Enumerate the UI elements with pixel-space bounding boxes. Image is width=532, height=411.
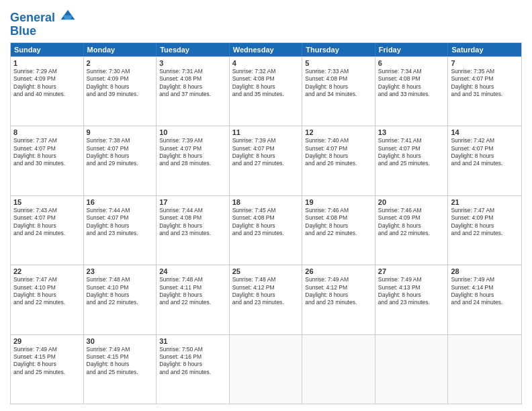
- sunset-line: Sunset: 4:10 PM: [13, 284, 81, 291]
- daylight-value: and and 33 minutes.: [378, 91, 445, 98]
- col-header-wednesday: Wednesday: [230, 43, 303, 56]
- sunrise-line: Sunrise: 7:35 AM: [451, 68, 519, 75]
- day-cell-18: 18Sunrise: 7:45 AMSunset: 4:08 PMDayligh…: [230, 196, 303, 265]
- day-number: 27: [378, 267, 445, 275]
- logo-text: General: [10, 9, 76, 25]
- day-number: 16: [87, 198, 154, 206]
- sunrise-line: Sunrise: 7:34 AM: [378, 68, 445, 75]
- daylight-label: Daylight: 8 hours: [87, 152, 154, 160]
- daylight-value: and and 26 minutes.: [159, 369, 226, 376]
- sunset-line: Sunset: 4:07 PM: [305, 145, 372, 152]
- day-cell-15: 15Sunrise: 7:43 AMSunset: 4:07 PMDayligh…: [11, 196, 84, 265]
- sunset-line: Sunset: 4:08 PM: [378, 75, 445, 83]
- sunrise-line: Sunrise: 7:43 AM: [13, 207, 81, 214]
- sunset-line: Sunset: 4:07 PM: [13, 214, 81, 222]
- sunrise-line: Sunrise: 7:49 AM: [451, 276, 519, 283]
- day-number: 10: [159, 128, 226, 136]
- day-cell-3: 3Sunrise: 7:31 AMSunset: 4:08 PMDaylight…: [157, 57, 230, 126]
- day-cell-14: 14Sunrise: 7:42 AMSunset: 4:07 PMDayligh…: [448, 126, 521, 195]
- day-number: 2: [87, 59, 154, 67]
- day-cell-10: 10Sunrise: 7:39 AMSunset: 4:07 PMDayligh…: [157, 126, 230, 195]
- sunset-line: Sunset: 4:08 PM: [305, 75, 372, 83]
- day-number: 31: [159, 337, 226, 345]
- sunset-line: Sunset: 4:09 PM: [451, 214, 519, 222]
- daylight-value: and and 35 minutes.: [232, 91, 300, 98]
- daylight-value: and and 24 minutes.: [13, 230, 81, 237]
- empty-cell: [230, 335, 303, 404]
- day-cell-26: 26Sunrise: 7:49 AMSunset: 4:12 PMDayligh…: [302, 265, 375, 334]
- day-cell-25: 25Sunrise: 7:48 AMSunset: 4:12 PMDayligh…: [230, 265, 303, 334]
- day-number: 3: [159, 59, 226, 67]
- sunrise-line: Sunrise: 7:33 AM: [305, 68, 372, 75]
- logo: General Blue: [10, 9, 76, 38]
- sunset-line: Sunset: 4:09 PM: [378, 214, 445, 222]
- day-number: 17: [159, 198, 226, 206]
- sunrise-line: Sunrise: 7:48 AM: [87, 276, 154, 283]
- daylight-label: Daylight: 8 hours: [87, 361, 154, 368]
- sunset-line: Sunset: 4:08 PM: [232, 214, 300, 222]
- day-number: 24: [159, 267, 226, 275]
- daylight-label: Daylight: 8 hours: [305, 152, 372, 160]
- calendar: SundayMondayTuesdayWednesdayThursdayFrid…: [10, 42, 522, 404]
- day-number: 8: [13, 128, 81, 136]
- daylight-value: and and 23 minutes.: [232, 299, 300, 306]
- sunset-line: Sunset: 4:11 PM: [159, 284, 226, 291]
- daylight-label: Daylight: 8 hours: [13, 361, 81, 368]
- daylight-value: and and 37 minutes.: [159, 91, 226, 98]
- day-cell-11: 11Sunrise: 7:39 AMSunset: 4:07 PMDayligh…: [230, 126, 303, 195]
- col-header-tuesday: Tuesday: [157, 43, 230, 56]
- daylight-value: and and 26 minutes.: [305, 160, 372, 167]
- sunrise-line: Sunrise: 7:45 AM: [232, 207, 300, 214]
- day-number: 7: [451, 59, 519, 67]
- day-cell-31: 31Sunrise: 7:50 AMSunset: 4:16 PMDayligh…: [157, 335, 230, 404]
- daylight-value: and and 23 minutes.: [305, 299, 372, 306]
- sunset-line: Sunset: 4:15 PM: [87, 353, 154, 361]
- sunrise-line: Sunrise: 7:30 AM: [87, 68, 154, 75]
- day-cell-28: 28Sunrise: 7:49 AMSunset: 4:14 PMDayligh…: [448, 265, 521, 334]
- empty-cell: [448, 335, 521, 404]
- daylight-label: Daylight: 8 hours: [13, 152, 81, 160]
- sunrise-line: Sunrise: 7:47 AM: [451, 207, 519, 214]
- sunrise-line: Sunrise: 7:31 AM: [159, 68, 226, 75]
- day-cell-19: 19Sunrise: 7:46 AMSunset: 4:08 PMDayligh…: [302, 196, 375, 265]
- daylight-value: and and 25 minutes.: [13, 369, 81, 376]
- sunset-line: Sunset: 4:07 PM: [13, 145, 81, 152]
- sunrise-line: Sunrise: 7:41 AM: [378, 137, 445, 144]
- empty-cell: [375, 335, 449, 404]
- day-number: 13: [378, 128, 445, 136]
- daylight-value: and and 25 minutes.: [87, 369, 154, 376]
- daylight-label: Daylight: 8 hours: [305, 83, 372, 91]
- sunrise-line: Sunrise: 7:48 AM: [232, 276, 300, 283]
- day-cell-8: 8Sunrise: 7:37 AMSunset: 4:07 PMDaylight…: [11, 126, 84, 195]
- day-cell-1: 1Sunrise: 7:29 AMSunset: 4:09 PMDaylight…: [11, 57, 84, 126]
- day-number: 20: [378, 198, 445, 206]
- daylight-value: and and 22 minutes.: [13, 299, 81, 306]
- daylight-value: and and 31 minutes.: [451, 91, 519, 98]
- sunrise-line: Sunrise: 7:39 AM: [232, 137, 300, 144]
- day-number: 19: [305, 198, 372, 206]
- day-cell-12: 12Sunrise: 7:40 AMSunset: 4:07 PMDayligh…: [302, 126, 375, 195]
- sunrise-line: Sunrise: 7:44 AM: [87, 207, 154, 214]
- day-number: 9: [87, 128, 154, 136]
- daylight-value: and and 22 minutes.: [87, 299, 154, 306]
- daylight-value: and and 22 minutes.: [305, 230, 372, 237]
- col-header-sunday: Sunday: [11, 43, 84, 56]
- daylight-label: Daylight: 8 hours: [378, 83, 445, 91]
- sunset-line: Sunset: 4:09 PM: [13, 75, 81, 83]
- sunrise-line: Sunrise: 7:50 AM: [159, 346, 226, 353]
- day-cell-30: 30Sunrise: 7:49 AMSunset: 4:15 PMDayligh…: [84, 335, 157, 404]
- daylight-value: and and 23 minutes.: [378, 299, 445, 306]
- sunset-line: Sunset: 4:07 PM: [451, 75, 519, 83]
- daylight-value: and and 39 minutes.: [87, 91, 154, 98]
- day-number: 14: [451, 128, 519, 136]
- daylight-label: Daylight: 8 hours: [232, 291, 300, 299]
- day-cell-29: 29Sunrise: 7:49 AMSunset: 4:15 PMDayligh…: [11, 335, 84, 404]
- daylight-value: and and 24 minutes.: [451, 160, 519, 167]
- sunrise-line: Sunrise: 7:46 AM: [378, 207, 445, 214]
- daylight-value: and and 27 minutes.: [232, 160, 300, 167]
- day-number: 21: [451, 198, 519, 206]
- daylight-label: Daylight: 8 hours: [87, 291, 154, 299]
- sunset-line: Sunset: 4:15 PM: [13, 353, 81, 361]
- week-row-1: 1Sunrise: 7:29 AMSunset: 4:09 PMDaylight…: [11, 56, 521, 126]
- day-cell-7: 7Sunrise: 7:35 AMSunset: 4:07 PMDaylight…: [448, 57, 521, 126]
